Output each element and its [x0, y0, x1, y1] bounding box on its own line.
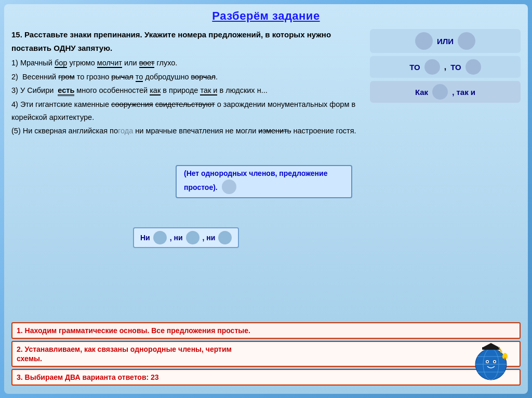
- to-circle-1: [424, 59, 440, 75]
- sentence-4: 4) Эти гигантские каменные сооружения св…: [11, 98, 365, 123]
- word-est: есть: [58, 86, 74, 96]
- word-bor: бор: [55, 59, 67, 68]
- to-label-2: ТО: [450, 63, 461, 72]
- word-kak: как: [150, 86, 161, 95]
- word-svidetelstvuyut: свидетельствуют: [155, 100, 215, 108]
- ili-circle-right: [458, 32, 475, 50]
- mascot-area: [468, 336, 514, 382]
- ili-scheme-box: ИЛИ: [370, 29, 521, 53]
- page-title: Разберём задание: [11, 9, 521, 23]
- mascot-svg: [468, 336, 514, 382]
- net-circle: [222, 180, 236, 194]
- ni-label-2: , ни: [170, 234, 183, 242]
- sentence-1: 1) Мрачный бор угрюмо молчит или воет гл…: [11, 57, 365, 70]
- word-molchit: молчит: [97, 59, 122, 68]
- tassel-end: [500, 351, 502, 353]
- word-grom: гром: [58, 73, 74, 81]
- ni-label-1: Ни: [140, 234, 150, 242]
- word-to: то: [136, 73, 143, 82]
- to-to-scheme-box: ТО , ТО: [370, 56, 521, 78]
- content-area: 15. Расставьте знаки препинания. Укажите…: [11, 28, 521, 139]
- ili-circle-left: [415, 32, 433, 50]
- pupil-left: [487, 361, 488, 363]
- ni-circle-2: [186, 231, 200, 244]
- cap-top: [483, 343, 499, 347]
- word-sooruzheniya: сооружения: [111, 100, 153, 108]
- left-panel: 15. Расставьте знаки препинания. Укажите…: [11, 28, 365, 139]
- word-voyet: воет: [139, 59, 155, 68]
- sentence-3: 3) У Сибири есть много особенностей как …: [11, 84, 365, 97]
- task-header: 15. Расставьте знаки препинания. Укажите…: [11, 28, 365, 54]
- ni-scheme-box: Ни , ни , ни: [133, 227, 239, 248]
- kak-label: Как: [415, 88, 428, 97]
- word-tak: так и: [200, 86, 217, 95]
- step-2-box: 2. Устанавливаем, как связаны однородные…: [11, 341, 521, 367]
- sentence-2: 2) Весенний гром то грозно рычал то добр…: [11, 71, 365, 84]
- net-popup-box: (Нет однородных членов, предложение прос…: [176, 165, 352, 198]
- tak-label: , так и: [452, 88, 475, 97]
- task-instruction: Расставьте знаки препинания. Укажите ном…: [11, 30, 331, 52]
- main-container: Разберём задание 15. Расставьте знаки пр…: [4, 4, 528, 394]
- ili-label: ИЛИ: [437, 37, 454, 46]
- step-3-box: 3. Выбираем ДВА варианта ответов: 23: [11, 369, 521, 386]
- step-3-text: 3. Выбираем ДВА варианта ответов: 23: [17, 373, 159, 381]
- to-circle-2: [466, 59, 481, 75]
- sentence-5: (5) Ни скверная английская погода ни мра…: [11, 125, 365, 138]
- kak-tak-scheme-box: Как , так и: [370, 81, 521, 103]
- ni-circle-1: [153, 231, 167, 244]
- step-1-box: 1. Находим грамматические основы. Все пр…: [11, 322, 521, 339]
- to-label-1: ТО: [409, 63, 420, 72]
- net-line1: (Нет однородных членов, предложение: [184, 169, 344, 177]
- word-izmenit: изменить: [258, 127, 291, 135]
- kak-circle: [432, 84, 448, 100]
- to-comma: ,: [444, 62, 446, 72]
- cap-brim: [482, 347, 500, 350]
- ni-label-3: , ни: [203, 234, 216, 242]
- bell-bottom: [504, 358, 506, 360]
- ni-circle-3: [218, 231, 232, 244]
- word-vorchal: ворчал: [191, 73, 216, 81]
- bottom-section: 1. Находим грамматические основы. Все пр…: [11, 322, 521, 388]
- pupil-right: [494, 361, 496, 363]
- task-number: 15.: [11, 30, 22, 39]
- net-line2: простое).: [184, 183, 218, 191]
- right-panel: ИЛИ ТО , ТО Как , так и: [370, 28, 521, 139]
- word-rychal: рычал: [111, 73, 134, 81]
- step-1-text: 1. Находим грамматические основы. Все пр…: [17, 326, 250, 335]
- step-2-text: 2. Устанавливаем, как связаны однородные…: [17, 345, 232, 363]
